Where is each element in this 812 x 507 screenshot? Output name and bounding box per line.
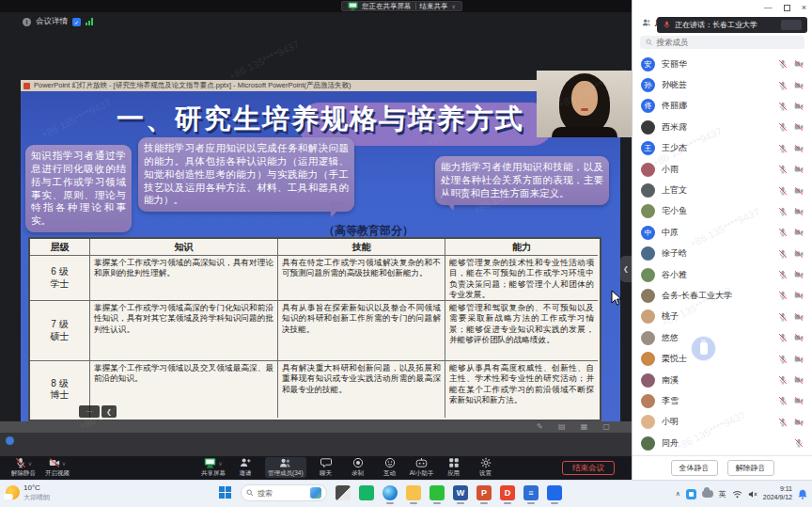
toolbar-mute-button[interactable]: ∨解除静音 — [11, 457, 36, 478]
toolbar-share-button[interactable]: ∨共享屏幕 — [201, 457, 226, 478]
taskbar-app-meeting-app[interactable] — [547, 485, 562, 500]
toolbar-settings-button[interactable]: 设置 — [474, 457, 498, 478]
taskbar-app-edge-browser[interactable] — [383, 485, 398, 500]
search-bar[interactable] — [640, 36, 804, 49]
camera-off-icon — [794, 249, 804, 259]
participant-row[interactable]: 李雪 — [632, 390, 812, 411]
taskbar-search-label: 搜索 — [258, 488, 273, 499]
taskbar-app-task-view[interactable] — [336, 485, 351, 500]
weather-icon — [6, 485, 20, 499]
mic-muted-icon — [778, 396, 788, 405]
chevron-down-icon[interactable]: ∨ — [452, 3, 456, 9]
chevron-up-icon[interactable]: ∨ — [218, 460, 222, 467]
end-meeting-button[interactable]: 结束会议 — [562, 461, 615, 475]
participant-row[interactable]: 南溪 — [632, 370, 812, 390]
floating-widget-bubble[interactable] — [691, 336, 716, 361]
minimize-button[interactable]: — — [764, 3, 773, 12]
participant-row[interactable]: 悠悠 — [632, 327, 812, 348]
mute-all-button[interactable]: 全体静音 — [671, 460, 718, 476]
participant-row[interactable]: 安安丽华 — [632, 54, 812, 74]
sidebar-collapse-handle[interactable]: ❮ — [620, 256, 632, 282]
members-icon — [279, 457, 291, 468]
participant-row[interactable]: 会务-长春工业大学 — [632, 285, 812, 306]
window-controls: — × — [764, 3, 806, 12]
participant-row[interactable]: 桃子 — [632, 307, 812, 327]
toolbar-members-button[interactable]: 管理成员(34) — [265, 457, 306, 478]
participant-row[interactable]: 中中原 — [632, 222, 812, 243]
previous-slide-button[interactable]: ❮ — [102, 405, 117, 418]
screen-share-banner[interactable]: 您正在共享屏幕 结束共享 ∨ — [341, 1, 462, 11]
toolbar-ai-button[interactable]: AI小助手 — [410, 457, 434, 478]
participant-row[interactable]: 徐子晗 — [632, 244, 812, 264]
camera-off-icon — [794, 59, 804, 69]
taskbar-weather-widget[interactable]: 10°C 大部晴朗 — [6, 483, 50, 502]
toolbar-interact-button[interactable]: 互动 — [378, 457, 402, 478]
participant-row[interactable]: 上官文 — [632, 180, 812, 200]
annotation-tools-icons[interactable]: ✎ ▤ ▦ ▢ — [537, 422, 617, 431]
mic-muted-icon — [778, 122, 788, 132]
floating-assistant-icon[interactable] — [6, 436, 14, 445]
toolbar-invite-button[interactable]: 邀请 — [233, 457, 258, 478]
participant-name: 安丽华 — [662, 58, 778, 71]
taskbar-app-app-dw[interactable]: D — [500, 485, 515, 500]
taskbar-search[interactable]: 搜索 — [241, 484, 327, 501]
camera-off-icon — [794, 207, 804, 216]
slideshow-tools-chip[interactable]: ··· — [79, 405, 100, 418]
avatar: 孙 — [641, 78, 655, 92]
close-button[interactable]: × — [802, 3, 806, 12]
participant-row[interactable]: 西米露 — [632, 117, 812, 137]
participant-row[interactable]: 小明 — [632, 412, 812, 433]
wifi-icon[interactable] — [732, 490, 742, 499]
taskbar-app-powerpoint[interactable]: P — [476, 485, 492, 500]
table-skill-cell: 具有从事旨在探索新知识以及整合不同领域知识的科研和创新工作所需的专门的问题解决技… — [278, 301, 445, 361]
participant-row[interactable]: 孙孙晓芸 — [632, 74, 812, 95]
unmute-all-button[interactable]: 解除静音 — [727, 460, 774, 476]
avatar — [641, 373, 655, 388]
taskbar-app-wechat[interactable] — [429, 485, 445, 500]
toolbar-apps-button[interactable]: 应用 — [442, 457, 466, 478]
end-share-action[interactable]: 结束共享 — [420, 2, 448, 11]
search-input[interactable] — [656, 38, 799, 47]
avatar — [641, 436, 655, 451]
taskbar-app-word[interactable]: W — [453, 485, 468, 500]
hidden-icons-caret[interactable]: ∧ — [676, 490, 680, 498]
slideshow-nav[interactable]: ··· ❮ — [79, 405, 117, 418]
participant-row[interactable]: 同舟 — [632, 433, 812, 453]
notification-bell-icon[interactable] — [798, 489, 807, 499]
start-button[interactable] — [219, 486, 232, 499]
avatar — [641, 163, 655, 177]
participant-name: 上官文 — [662, 184, 778, 197]
toolbar-video-button[interactable]: ∨开启视频 — [45, 457, 70, 478]
avatar: 中 — [641, 226, 655, 240]
table-header-cell: 技能 — [278, 239, 445, 256]
participant-row[interactable]: 栗悦士 — [632, 348, 812, 369]
meeting-info-label[interactable]: 会议详情 — [36, 16, 68, 27]
shared-screen-stage: 您正在共享屏幕 结束共享 ∨ i 会议详情 ✓ PowerPoint 幻灯片放映… — [0, 0, 632, 456]
taskbar-clock[interactable]: 9:11 2024/9/12 — [763, 485, 792, 502]
tray-meeting-app-icon[interactable] — [686, 489, 696, 499]
participant-row[interactable]: 佟佟丽娜 — [632, 96, 812, 117]
desktop-strip — [0, 433, 632, 456]
camera-off-icon — [794, 81, 804, 90]
taskbar-app-file-explorer[interactable] — [406, 485, 421, 500]
avatar — [641, 415, 655, 429]
taskbar-app-app-green[interactable] — [359, 485, 374, 500]
participant-row[interactable]: 王王少杰 — [632, 138, 812, 159]
usb-drive-icon — [700, 342, 708, 355]
participant-status-icons — [778, 249, 804, 259]
participant-row[interactable]: 小雨 — [632, 159, 812, 180]
ime-indicator[interactable]: 英 — [719, 489, 726, 499]
chevron-up-icon[interactable]: ∨ — [28, 460, 32, 467]
toolbar-record-button[interactable]: 录制 — [346, 457, 370, 478]
callout-skill: 技能指学习者应用知识以完成任务和解决问题的能力。具体包括各种认识能力（运用逻辑、… — [138, 137, 354, 212]
volume-muted-icon[interactable] — [748, 490, 757, 499]
toolbar-chat-button[interactable]: 聊天 — [314, 457, 338, 478]
chevron-up-icon[interactable]: ∨ — [62, 460, 66, 467]
participant-list[interactable]: 安安丽华孙孙晓芸佟佟丽娜西米露王王少杰小雨上官文宅小鱼中中原徐子晗谷小雅会务-长… — [632, 54, 812, 455]
camera-off-icon — [794, 355, 804, 364]
participant-row[interactable]: 谷小雅 — [632, 264, 812, 285]
participant-row[interactable]: 宅小鱼 — [632, 201, 812, 222]
maximize-button[interactable] — [784, 5, 790, 11]
taskbar-app-notes-app[interactable]: ≡ — [523, 485, 539, 500]
cloud-icon[interactable] — [702, 490, 713, 498]
